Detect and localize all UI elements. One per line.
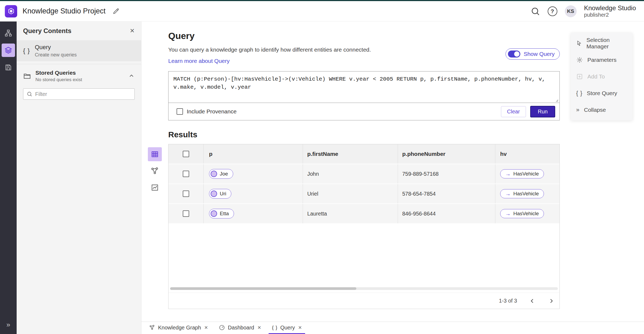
menu-item-collapse[interactable]: » Collapse [571,102,632,118]
braces-icon: { } [23,47,30,55]
query-editor[interactable]: MATCH (p:Person)-[hv:HasVehicle]->(v:Veh… [169,71,559,103]
cell-phonenumber: 578-654-7854 [398,184,495,203]
cell-firstname: Uriel [303,184,398,203]
table-row[interactable]: Uri Uriel 578-654-7854 → HasVehicle [169,184,559,204]
show-query-toggle[interactable]: Show Query [506,48,560,60]
next-page-icon[interactable] [548,297,555,304]
filter-box [23,88,135,100]
close-icon[interactable]: ✕ [257,325,261,331]
stored-queries-header[interactable]: Stored Queries No stored queries exist [17,67,141,85]
hexagon-logo-icon [8,8,15,15]
close-icon[interactable]: ✕ [298,325,302,331]
menu-item-parameters[interactable]: Parameters [571,52,632,68]
stored-queries-section: Stored Queries No stored queries exist [17,64,141,100]
toggle-switch[interactable] [508,51,520,58]
node-pill[interactable]: Etta [209,209,234,218]
braces-icon: { } [576,90,583,97]
table-header-row: p p.firstName p.phoneNumber hv [169,144,559,164]
node-label: Etta [220,211,229,217]
top-bar: Knowledge Studio Project ? KS Knowledge … [0,1,644,21]
edit-title-icon[interactable] [112,8,120,15]
panel-title: Query Contents [23,27,71,35]
horizontal-scrollbar[interactable] [170,287,558,290]
panel-header: Query Contents ✕ [17,21,141,40]
add-to-icon [576,73,583,80]
results-table: p p.firstName p.phoneNumber hv Joe John … [168,144,560,309]
learn-more-link[interactable]: Learn more about Query [168,58,230,64]
table-row[interactable]: Etta Lauretta 846-956-8644 → HasVehicle [169,204,559,224]
query-item-label: Query [35,44,77,51]
previous-page-icon[interactable] [529,297,536,304]
column-header-phonenumber[interactable]: p.phoneNumber [398,144,495,164]
dashboard-icon [219,324,225,331]
node-pill[interactable]: Joe [209,169,233,179]
close-icon[interactable]: ✕ [204,325,208,331]
select-all-checkbox[interactable] [183,151,189,157]
arrow-icon: → [505,211,511,217]
selection-manager-icon [576,40,582,47]
project-title: Knowledge Studio Project [23,7,105,15]
query-item-sublabel: Create new queries [35,52,77,58]
account-role: publisher2 [584,12,636,18]
arrow-icon: → [505,191,511,197]
close-panel-icon[interactable]: ✕ [130,27,135,34]
filter-input[interactable] [35,91,131,97]
menu-item-selection-manager[interactable]: Selection Manager [571,35,632,52]
menu-item-store-query[interactable]: { } Store Query [571,85,632,102]
cell-phonenumber: 846-956-8644 [398,204,495,223]
clear-button[interactable]: Clear [501,106,526,117]
app-logo[interactable] [5,5,17,17]
resize-handle[interactable] [555,98,558,103]
tab-query[interactable]: { } Query ✕ [269,322,305,334]
include-provenance-checkbox[interactable]: Include Provenance [177,108,237,115]
row-checkbox[interactable] [183,191,189,197]
chevron-up-icon[interactable] [128,73,135,79]
stored-queries-label: Stored Queries [35,70,124,76]
tab-knowledge-graph[interactable]: Knowledge Graph ✕ [146,322,211,334]
query-page-title: Query [168,31,560,41]
filter-search-icon [27,91,32,97]
edge-label: HasVehicle [513,191,539,197]
query-description: You can query a knowledge graph to ident… [168,46,560,53]
menu-item-add-to: Add To [571,68,632,85]
graph-view-icon[interactable] [148,164,162,178]
table-empty-area [169,224,559,287]
cell-firstname: Lauretta [303,204,398,223]
bottom-tab-bar: Knowledge Graph ✕ Dashboard ✕ { } Query … [141,322,644,334]
table-row[interactable]: Joe John 759-889-57168 → HasVehicle [169,164,559,184]
cell-firstname: John [303,164,398,184]
search-icon[interactable] [530,6,540,16]
node-icon [211,171,217,177]
column-header-firstname[interactable]: p.firstName [303,144,398,164]
tab-dashboard[interactable]: Dashboard ✕ [215,322,264,334]
help-icon[interactable]: ? [548,6,557,16]
save-icon[interactable] [2,61,15,74]
scrollbar-thumb[interactable] [170,287,356,290]
column-header-hv[interactable]: hv [495,144,559,164]
layers-icon[interactable] [2,44,15,57]
table-view-icon[interactable] [148,147,162,161]
stored-queries-sublabel: No stored queries exist [35,77,124,82]
model-tree-icon[interactable] [2,26,15,40]
edge-label: HasVehicle [513,171,539,177]
query-list-item[interactable]: { } Query Create new queries [17,40,141,61]
run-button[interactable]: Run [530,106,555,117]
edge-label: HasVehicle [513,211,539,217]
edge-pill[interactable]: → HasVehicle [500,209,544,218]
node-pill[interactable]: Uri [209,189,231,199]
show-query-label: Show Query [524,51,555,57]
edge-pill[interactable]: → HasVehicle [500,169,544,178]
row-checkbox[interactable] [183,210,189,217]
toggle-knob [514,51,519,57]
expand-rail-icon[interactable]: » [2,318,15,331]
chart-view-icon[interactable] [148,181,162,195]
row-checkbox[interactable] [183,171,189,177]
edge-pill[interactable]: → HasVehicle [500,189,544,198]
column-header-p[interactable]: p [203,144,303,164]
checkbox-box[interactable] [177,108,183,115]
collapse-icon: » [576,106,580,113]
main-content: Query You can query a knowledge graph to… [141,21,644,322]
avatar[interactable]: KS [565,5,577,17]
knowledge-graph-icon [149,324,155,331]
account-info[interactable]: Knowledge Studio publisher2 [584,4,636,18]
